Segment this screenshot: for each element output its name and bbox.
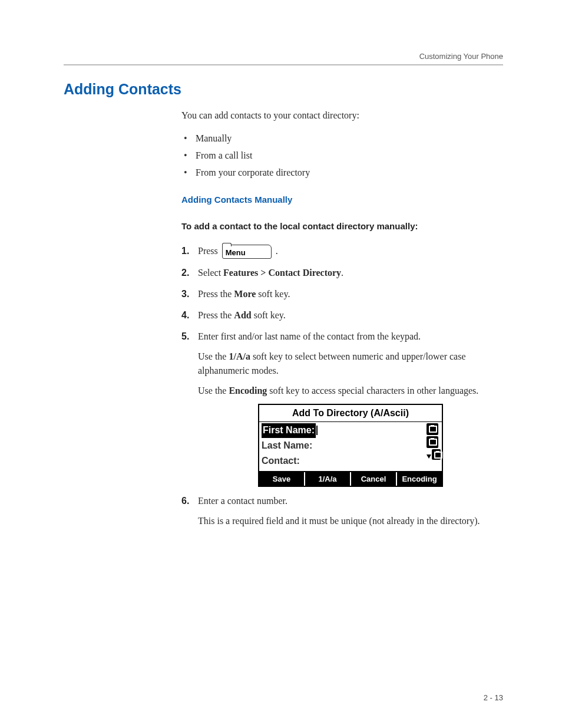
intro-paragraph: You can add contacts to your contact dir… [181, 108, 503, 122]
step-text: Press the [198, 310, 234, 320]
procedure-title: To add a contact to the local contact di… [181, 221, 503, 231]
subsection-title: Adding Contacts Manually [181, 195, 503, 205]
card-icon [427, 423, 438, 435]
step-2: Select Features > Contact Directory. [181, 266, 503, 280]
softkey-encoding: Encoding [397, 472, 442, 486]
menu-hardkey-icon: Menu [222, 245, 272, 259]
down-arrow-icon [427, 454, 431, 459]
softkey-name: Add [234, 310, 251, 320]
step-4: Press the Add soft key. [181, 308, 503, 322]
menu-path: Features > Contact Directory [223, 268, 341, 278]
lcd-field-first-name: First Name: [262, 423, 424, 438]
softkey-name: More [234, 289, 256, 299]
step-text: . [341, 268, 343, 278]
step-text: Use the [198, 351, 229, 361]
softkey-name: Encoding [229, 386, 267, 396]
softkey-mode: 1/A/a [305, 472, 351, 486]
softkey-name: 1/A/a [229, 351, 250, 361]
section-title: Adding Contacts [64, 81, 503, 98]
card-icon [432, 449, 441, 460]
step-text: soft key. [252, 310, 286, 320]
step-6: Enter a contact number. This is a requir… [181, 494, 503, 528]
page-number: 2 - 13 [484, 693, 503, 702]
lcd-label: First Name: [262, 423, 316, 438]
lcd-field-contact: Contact: [262, 453, 424, 469]
step-text: Select [198, 268, 223, 278]
header-rule [64, 64, 503, 65]
step-text: . [276, 246, 278, 256]
lcd-softkey-bar: Save 1/A/a Cancel Encoding [259, 471, 442, 486]
intro-bullet-list: Manually From a call list From your corp… [181, 130, 503, 181]
step-text: Press [198, 246, 220, 256]
procedure-steps: Press Menu . Select Features > Contact D… [181, 244, 503, 529]
step-text: Enter a contact number. [198, 494, 503, 508]
lcd-side-icons [427, 422, 442, 471]
softkey-save: Save [259, 472, 305, 486]
running-header: Customizing Your Phone [64, 52, 503, 61]
step-text: soft key. [256, 289, 290, 299]
text-cursor-icon [316, 426, 318, 435]
step-text: soft key to access special characters in… [267, 386, 478, 396]
softkey-cancel: Cancel [351, 472, 397, 486]
lcd-title: Add To Directory (A/Ascii) [259, 405, 442, 422]
step-text: Press the [198, 289, 234, 299]
list-item: Manually [181, 130, 503, 147]
menu-key-label: Menu [226, 247, 246, 259]
list-item: From a call list [181, 147, 503, 164]
lcd-field-last-name: Last Name: [262, 438, 424, 453]
step-3: Press the More soft key. [181, 287, 503, 301]
list-item: From your corporate directory [181, 164, 503, 182]
step-1: Press Menu . [181, 244, 503, 259]
card-icon [427, 436, 438, 448]
step-text: This is a required field and it must be … [198, 514, 503, 528]
step-text: Use the [198, 386, 229, 396]
step-text: Enter first and/or last name of the cont… [198, 330, 503, 344]
step-5: Enter first and/or last name of the cont… [181, 330, 503, 487]
phone-lcd-screenshot: Add To Directory (A/Ascii) First Name: L… [258, 404, 443, 487]
